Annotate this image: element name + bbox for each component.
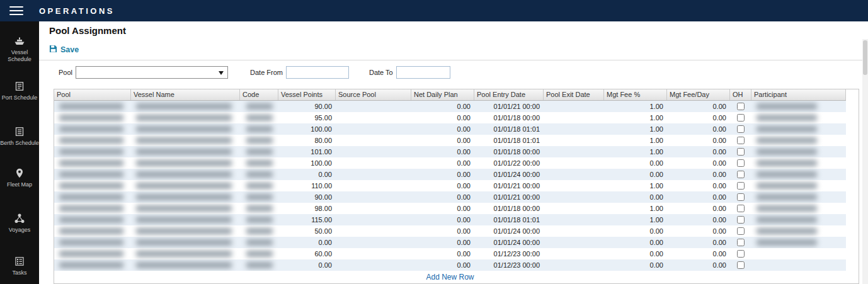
column-header-oh[interactable]: OH [730,89,751,100]
top-bar: OPERATIONS [0,0,868,21]
sidebar-nav: Vessel Schedule Port Schedule Berth Sche… [0,21,39,284]
save-button-label: Save [60,45,79,54]
oh-checkbox[interactable] [737,205,745,212]
oh-checkbox[interactable] [737,182,745,190]
oh-checkbox[interactable] [737,148,745,156]
sidebar-item-berth-schedule[interactable]: Berth Schedule [0,126,39,147]
redacted-vessel_name [136,228,232,234]
vertical-scrollbar[interactable] [862,39,868,284]
redacted-vessel_name [136,262,232,268]
table-row: 0.000.0001/01/24 00:000.000.00 [54,237,846,248]
oh-checkbox[interactable] [737,227,745,235]
oh-checkbox[interactable] [737,171,745,178]
column-header-participant[interactable]: Participant [751,89,846,100]
sidebar-item-voyages[interactable]: Voyages [0,213,39,234]
hamburger-menu-icon[interactable] [9,4,23,18]
sidebar-item-fleet-map[interactable]: Fleet Map [0,168,39,188]
column-header-mgt_fee_day[interactable]: Mgt Fee/Day [667,89,730,100]
cell-net_daily_plan: 0.00 [411,191,474,203]
date-to-input[interactable] [396,66,450,79]
cell-vessel_points: 60.00 [278,248,336,259]
cell-vessel_name [131,123,240,135]
redacted-participant [757,103,817,110]
sidebar-item-label: Fleet Map [7,181,32,188]
column-header-source_pool[interactable]: Source Pool [336,89,411,100]
date-from-input[interactable] [286,66,349,79]
oh-checkbox[interactable] [737,114,745,122]
date-to-label: Date To [369,69,393,76]
oh-checkbox[interactable] [737,239,745,246]
cell-mgt_fee_day: 0.00 [667,123,730,135]
cell-pool_entry_date: 01/01/18 00:00 [474,112,544,123]
redacted-vessel_name [136,115,232,121]
cell-mgt_fee_pct: 0.00 [604,169,667,180]
column-header-code[interactable]: Code [240,89,278,100]
cell-vessel_points: 90.00 [278,101,336,112]
cell-vessel_points: 98.00 [278,203,336,214]
cell-source_pool [336,123,411,135]
pool-select[interactable] [76,66,228,79]
redacted-pool [59,239,123,246]
cell-net_daily_plan: 0.00 [411,146,474,157]
redacted-pool [59,103,123,110]
cell-mgt_fee_day: 0.00 [667,237,730,248]
cell-mgt_fee_pct: 1.00 [604,112,667,123]
redacted-participant [757,115,817,121]
column-header-net_daily_plan[interactable]: Net Daily Plan [411,89,474,100]
cell-pool [54,169,131,180]
sidebar-item-port-schedule[interactable]: Port Schedule [0,81,39,101]
cell-participant [751,157,846,169]
oh-checkbox[interactable] [737,137,745,144]
cell-mgt_fee_day: 0.00 [667,101,730,112]
scrollbar-thumb[interactable] [863,40,867,75]
cell-vessel_name [131,146,240,157]
column-header-pool[interactable]: Pool [54,89,131,100]
cell-source_pool [336,237,411,248]
cell-participant [751,123,846,135]
cell-mgt_fee_day: 0.00 [667,248,730,259]
redacted-vessel_name [136,149,232,155]
cell-pool_exit_date [544,123,604,135]
cell-oh [730,203,751,214]
cell-oh [730,157,751,169]
oh-checkbox[interactable] [737,250,745,258]
cell-code [240,169,278,180]
oh-checkbox[interactable] [737,216,745,224]
cell-vessel_points: 110.00 [278,180,336,191]
cell-net_daily_plan: 0.00 [411,157,474,169]
cell-vessel_name [131,191,240,203]
cell-mgt_fee_pct: 1.00 [604,123,667,135]
table-row: 80.000.0001/01/18 01:011.000.00 [54,135,846,146]
cell-source_pool [336,214,411,225]
cell-code [240,259,278,271]
cell-source_pool [336,135,411,146]
cell-vessel_name [131,112,240,123]
cell-participant [751,169,846,180]
cell-code [240,123,278,135]
redacted-pool [59,149,123,155]
oh-checkbox[interactable] [737,125,745,133]
redacted-vessel_name [136,103,232,110]
column-header-mgt_fee_pct[interactable]: Mgt Fee % [604,89,667,100]
cell-mgt_fee_pct: 1.00 [604,180,667,191]
sidebar-item-vessel-schedule[interactable]: Vessel Schedule [0,35,39,64]
cell-net_daily_plan: 0.00 [411,123,474,135]
column-header-pool_entry_date[interactable]: Pool Entry Date [474,89,544,100]
column-header-vessel_points[interactable]: Vessel Points [278,89,336,100]
cell-mgt_fee_pct: 1.00 [604,214,667,225]
grid-header: PoolVessel NameCodeVessel PointsSource P… [54,89,846,101]
oh-checkbox[interactable] [737,261,745,269]
save-button[interactable]: Save [49,45,79,55]
sidebar-item-tasks[interactable]: Tasks [0,256,39,276]
column-header-pool_exit_date[interactable]: Pool Exit Date [544,89,604,100]
redacted-participant [757,137,817,144]
oh-checkbox[interactable] [737,103,745,110]
cell-pool [54,135,131,146]
oh-checkbox[interactable] [737,159,745,167]
oh-checkbox[interactable] [737,193,745,201]
redacted-code [246,251,273,257]
cell-vessel_points: 101.00 [278,146,336,157]
cell-pool [54,203,131,214]
column-header-vessel_name[interactable]: Vessel Name [131,89,240,100]
add-new-row-link[interactable]: Add New Row [426,273,474,281]
